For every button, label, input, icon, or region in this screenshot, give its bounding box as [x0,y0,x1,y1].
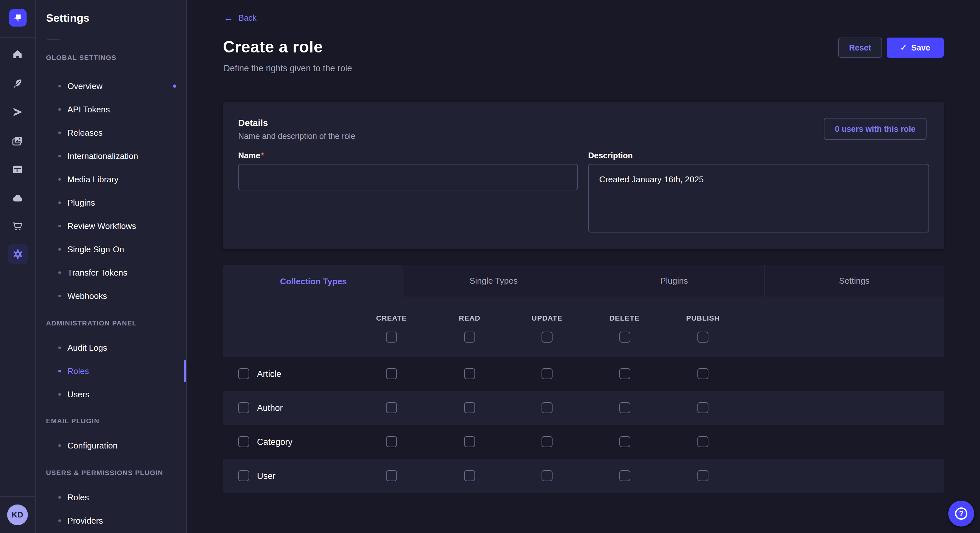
main-content: ← Back Create a role Define the rights g… [187,0,980,533]
tab-collection-types[interactable]: Collection Types [223,265,404,298]
details-subtitle: Name and description of the role [238,132,355,141]
table-row-article: Article [223,357,944,391]
column-create: CREATE [366,314,417,322]
sidebar-item-api-tokens[interactable]: API Tokens [36,98,186,121]
description-label: Description [588,151,633,160]
author-create-checkbox[interactable] [386,402,397,413]
article-row-checkbox[interactable] [238,368,249,379]
home-icon[interactable] [11,48,24,61]
bullet-icon [58,108,61,111]
sidebar-item-internationalization[interactable]: Internationalization [36,144,186,168]
layout-icon[interactable] [11,163,24,176]
sidebar-item-releases[interactable]: Releases [36,121,186,144]
bullet-icon [58,393,61,396]
description-textarea[interactable]: Created January 16th, 2025 [588,164,929,233]
sidebar-item-review-workflows[interactable]: Review Workflows [36,214,186,238]
rail-divider [0,496,35,497]
sidebar-item-media-library[interactable]: Media Library [36,168,186,191]
icon-rail: KD [0,0,36,533]
category-delete-checkbox[interactable] [619,436,630,447]
active-item-indicator [184,360,186,382]
author-publish-checkbox[interactable] [697,402,708,413]
sidebar-item-plugins[interactable]: Plugins [36,191,186,214]
category-publish-checkbox[interactable] [697,436,708,447]
column-publish: PUBLISH [677,314,729,322]
help-button[interactable]: ? [948,501,974,527]
user-create-checkbox[interactable] [386,470,397,481]
bullet-icon [58,370,61,373]
settings-gear-icon[interactable] [8,244,28,264]
category-create-checkbox[interactable] [386,436,397,447]
sidebar-item-roles-up[interactable]: Roles [36,486,186,509]
media-library-icon[interactable] [11,135,24,148]
tab-single-types[interactable]: Single Types [404,265,584,297]
bullet-icon [58,225,61,227]
column-delete: DELETE [598,314,651,322]
reset-button[interactable]: Reset [838,38,882,58]
author-read-checkbox[interactable] [464,402,475,413]
bullet-icon [58,248,61,251]
select-all-update-checkbox[interactable] [541,332,552,343]
sidebar-item-webhooks[interactable]: Webhooks [36,284,186,308]
back-arrow-icon: ← [224,13,233,23]
users-with-role-button[interactable]: 0 users with this role [824,118,926,140]
title-divider [47,40,60,40]
select-all-delete-checkbox[interactable] [619,332,630,343]
avatar[interactable]: KD [7,504,28,525]
sidebar-item-audit-logs[interactable]: Audit Logs [36,336,186,359]
notification-dot [173,84,176,88]
author-update-checkbox[interactable] [541,402,552,413]
sidebar-item-single-sign-on[interactable]: Single Sign-On [36,238,186,261]
sidebar-item-transfer-tokens[interactable]: Transfer Tokens [36,261,186,284]
bullet-icon [58,201,61,204]
user-delete-checkbox[interactable] [619,470,630,481]
page-subtitle: Define the rights given to the role [224,63,352,73]
question-mark-icon: ? [955,508,967,520]
feather-icon[interactable] [11,77,24,90]
author-row-checkbox[interactable] [238,402,249,413]
article-create-checkbox[interactable] [386,368,397,379]
sidebar-item-providers[interactable]: Providers [36,509,186,532]
section-global-settings: GLOBAL SETTINGS [46,54,116,62]
category-update-checkbox[interactable] [541,436,552,447]
select-all-read-checkbox[interactable] [464,332,475,343]
table-row-author: Author [223,391,944,425]
user-publish-checkbox[interactable] [697,470,708,481]
category-read-checkbox[interactable] [464,436,475,447]
user-read-checkbox[interactable] [464,470,475,481]
article-publish-checkbox[interactable] [697,368,708,379]
tab-plugins[interactable]: Plugins [584,265,764,297]
cloud-icon[interactable] [11,192,24,205]
category-row-checkbox[interactable] [238,436,249,447]
strapi-logo[interactable] [9,9,27,27]
rail-divider [0,37,35,38]
user-update-checkbox[interactable] [541,470,552,481]
strapi-logo-icon [12,12,24,24]
save-button[interactable]: ✓ Save [887,38,944,58]
name-input[interactable] [238,164,578,190]
user-row-checkbox[interactable] [238,470,249,481]
select-all-create-checkbox[interactable] [386,332,397,343]
back-link[interactable]: ← Back [224,13,257,23]
article-read-checkbox[interactable] [464,368,475,379]
section-administration-panel: ADMINISTRATION PANEL [46,319,137,327]
sidebar-item-roles-admin[interactable]: Roles [36,359,186,383]
bullet-icon [58,271,61,274]
check-icon: ✓ [900,43,907,52]
permissions-header: CREATE READ UPDATE DELETE PUBLISH [223,297,944,357]
tab-settings[interactable]: Settings [764,265,944,297]
sidebar-item-users[interactable]: Users [36,383,186,406]
paper-plane-icon[interactable] [11,106,24,119]
article-update-checkbox[interactable] [541,368,552,379]
bullet-icon [58,444,61,447]
page-title: Create a role [223,38,323,56]
bullet-icon [58,496,61,499]
sidebar-item-configuration[interactable]: Configuration [36,434,186,457]
sidebar-item-overview[interactable]: Overview [36,75,186,98]
author-delete-checkbox[interactable] [619,402,630,413]
article-delete-checkbox[interactable] [619,368,630,379]
marketplace-cart-icon[interactable] [11,220,24,233]
bullet-icon [58,295,61,297]
select-all-publish-checkbox[interactable] [697,332,708,343]
section-email-plugin: EMAIL PLUGIN [46,417,100,425]
